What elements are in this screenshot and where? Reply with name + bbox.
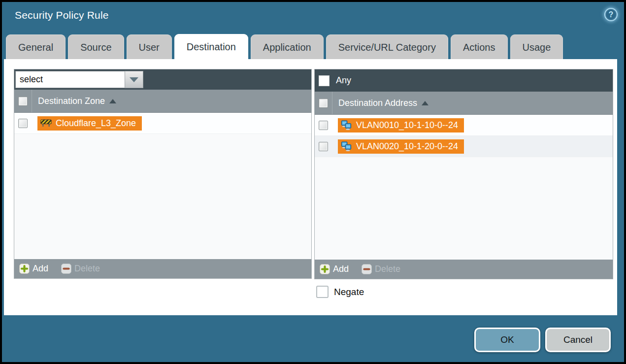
- destination-address-panel: Any Destination Address: [314, 69, 613, 279]
- plus-icon: [19, 264, 30, 274]
- destination-zone-panel: Destination Zone: [14, 69, 312, 279]
- negate-option[interactable]: Negate: [316, 286, 364, 298]
- address-select-all-checkbox[interactable]: [319, 99, 328, 108]
- address-item[interactable]: VLAN0020_10-1-20-0--24: [338, 139, 464, 154]
- tab-source[interactable]: Source: [68, 34, 124, 59]
- zone-item-label: Cloudflare_L3_Zone: [56, 118, 136, 129]
- zone-select-all-checkbox[interactable]: [18, 97, 28, 106]
- zone-toolbar: [14, 69, 311, 90]
- any-checkbox[interactable]: [319, 75, 329, 86]
- tab-bar: General Source User Destination Applicat…: [6, 34, 563, 59]
- tab-content: Destination Zone: [4, 59, 617, 315]
- zone-column-label[interactable]: Destination Zone: [38, 96, 105, 106]
- zone-column-header: Destination Zone: [14, 90, 311, 113]
- negate-label: Negate: [334, 287, 364, 298]
- chevron-down-icon: [130, 77, 138, 82]
- help-icon[interactable]: ?: [604, 8, 618, 21]
- address-item-label: VLAN0010_10-1-10-0--24: [356, 120, 458, 131]
- address-select-all-cell: [315, 92, 332, 114]
- zone-row-checkbox[interactable]: [18, 119, 28, 128]
- address-row-checkbox[interactable]: [319, 121, 328, 130]
- add-button-label: Add: [333, 264, 349, 274]
- address-item[interactable]: VLAN0010_10-1-10-0--24: [338, 118, 464, 132]
- delete-button[interactable]: Delete: [362, 264, 400, 274]
- address-row-checkbox[interactable]: [319, 142, 328, 151]
- zone-footer: Add Delete: [14, 259, 311, 278]
- address-footer: Add Delete: [315, 260, 613, 279]
- tab-user[interactable]: User: [127, 34, 172, 59]
- tab-actions[interactable]: Actions: [451, 34, 508, 59]
- plus-icon: [320, 264, 330, 274]
- tab-service-url-category[interactable]: Service/URL Category: [326, 34, 448, 59]
- delete-button[interactable]: Delete: [61, 264, 100, 274]
- sort-ascending-icon[interactable]: [422, 101, 428, 105]
- any-label: Any: [336, 75, 351, 86]
- delete-button-label: Delete: [74, 264, 100, 274]
- add-button[interactable]: Add: [320, 264, 349, 274]
- security-policy-rule-dialog: Security Policy Rule ? General Source Us…: [0, 0, 626, 364]
- address-item-label: VLAN0020_10-1-20-0--24: [356, 141, 458, 152]
- cancel-button[interactable]: Cancel: [545, 328, 611, 352]
- address-column-header: Destination Address: [315, 92, 613, 115]
- table-row[interactable]: VLAN0020_10-1-20-0--24: [315, 136, 613, 157]
- network-address-icon: [341, 141, 352, 152]
- zone-select-input[interactable]: [15, 71, 125, 88]
- zone-icon: [40, 119, 52, 127]
- delete-button-label: Delete: [375, 264, 400, 274]
- sort-ascending-icon[interactable]: [109, 99, 116, 103]
- minus-icon: [61, 264, 71, 274]
- any-header: Any: [315, 69, 613, 92]
- add-button-label: Add: [33, 264, 48, 274]
- tab-general[interactable]: General: [6, 34, 66, 59]
- zone-select-all-cell: [14, 90, 32, 112]
- add-button[interactable]: Add: [19, 264, 48, 274]
- zone-select: [15, 71, 143, 88]
- address-list: VLAN0010_10-1-10-0--24: [315, 115, 613, 260]
- ok-button[interactable]: OK: [474, 328, 540, 352]
- zone-select-dropdown-button[interactable]: [125, 71, 143, 88]
- tab-usage[interactable]: Usage: [510, 34, 563, 59]
- tab-destination[interactable]: Destination: [174, 34, 248, 59]
- minus-icon: [362, 264, 372, 274]
- network-address-icon: [341, 120, 352, 131]
- zone-item[interactable]: Cloudflare_L3_Zone: [37, 116, 142, 131]
- address-column-label[interactable]: Destination Address: [338, 98, 417, 108]
- dialog-title: Security Policy Rule: [15, 9, 109, 21]
- tab-application[interactable]: Application: [251, 34, 324, 59]
- table-row[interactable]: Cloudflare_L3_Zone: [14, 113, 311, 134]
- negate-checkbox[interactable]: [316, 286, 329, 298]
- table-row[interactable]: VLAN0010_10-1-10-0--24: [315, 115, 613, 136]
- zone-list: Cloudflare_L3_Zone: [14, 113, 311, 259]
